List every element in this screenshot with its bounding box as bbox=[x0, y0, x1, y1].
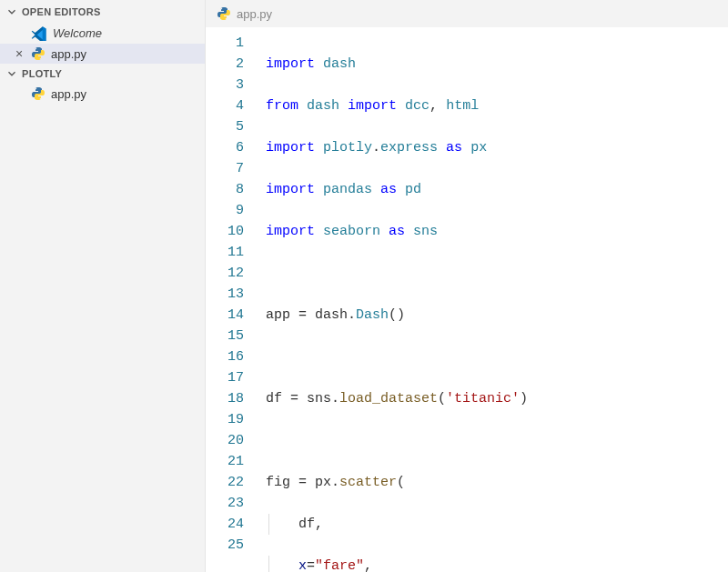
chevron-down-icon bbox=[5, 5, 18, 18]
file-label: Welcome bbox=[53, 26, 102, 40]
line-number: 25 bbox=[206, 535, 244, 556]
line-number: 10 bbox=[206, 221, 244, 242]
line-number: 4 bbox=[206, 95, 244, 116]
vscode-icon bbox=[31, 25, 47, 41]
line-number: 11 bbox=[206, 242, 244, 263]
line-number: 1 bbox=[206, 33, 244, 54]
line-number: 7 bbox=[206, 158, 244, 179]
editor-area: app.py 1 2 3 4 5 6 7 8 9 10 11 12 13 14 … bbox=[206, 0, 728, 572]
code-line[interactable]: df = sns.load_dataset('titanic') bbox=[260, 388, 728, 409]
section-title: OPEN EDITORS bbox=[22, 6, 101, 17]
code-line[interactable]: import pandas as pd bbox=[260, 179, 728, 200]
line-number: 23 bbox=[206, 493, 244, 514]
line-number: 14 bbox=[206, 305, 244, 326]
code-area[interactable]: 1 2 3 4 5 6 7 8 9 10 11 12 13 14 15 16 1… bbox=[206, 27, 728, 572]
tab-filename: app.py bbox=[237, 7, 272, 21]
code-line[interactable] bbox=[260, 430, 728, 451]
code-content[interactable]: import dash from dash import dcc, html i… bbox=[260, 33, 728, 572]
line-number: 13 bbox=[206, 284, 244, 305]
line-number: 6 bbox=[206, 137, 244, 158]
line-number: 9 bbox=[206, 200, 244, 221]
line-number: 8 bbox=[206, 179, 244, 200]
sidebar: OPEN EDITORS Welcome × app.py PLOTLY app… bbox=[0, 0, 206, 572]
sidebar-item-welcome[interactable]: Welcome bbox=[0, 22, 205, 44]
line-number: 19 bbox=[206, 409, 244, 430]
line-number: 22 bbox=[206, 472, 244, 493]
code-line[interactable] bbox=[260, 263, 728, 284]
section-header-open-editors[interactable]: OPEN EDITORS bbox=[0, 2, 205, 22]
code-line[interactable]: x="fare", bbox=[260, 556, 728, 572]
file-label: app.py bbox=[51, 87, 86, 101]
code-line[interactable]: import seaborn as sns bbox=[260, 221, 728, 242]
file-label: app.py bbox=[51, 47, 86, 61]
python-icon bbox=[31, 46, 46, 61]
section-header-plotly[interactable]: PLOTLY bbox=[0, 64, 205, 84]
chevron-down-icon bbox=[5, 67, 18, 80]
line-number: 5 bbox=[206, 116, 244, 137]
line-number: 17 bbox=[206, 367, 244, 388]
line-number: 3 bbox=[206, 75, 244, 95]
sidebar-item-app-py-open[interactable]: × app.py bbox=[0, 44, 205, 64]
code-line[interactable]: import plotly.express as px bbox=[260, 137, 728, 158]
line-number: 21 bbox=[206, 451, 244, 472]
line-number: 12 bbox=[206, 263, 244, 284]
python-icon bbox=[31, 86, 46, 101]
line-number-gutter: 1 2 3 4 5 6 7 8 9 10 11 12 13 14 15 16 1… bbox=[206, 33, 260, 572]
sidebar-item-app-py-project[interactable]: app.py bbox=[0, 84, 205, 104]
close-icon[interactable]: × bbox=[13, 46, 25, 61]
section-title: PLOTLY bbox=[22, 68, 62, 79]
code-line[interactable]: fig = px.scatter( bbox=[260, 472, 728, 493]
line-number: 2 bbox=[206, 54, 244, 75]
code-line[interactable]: df, bbox=[260, 514, 728, 535]
code-line[interactable]: app = dash.Dash() bbox=[260, 305, 728, 326]
line-number: 18 bbox=[206, 388, 244, 409]
line-number: 15 bbox=[206, 326, 244, 346]
line-number: 16 bbox=[206, 346, 244, 367]
line-number: 24 bbox=[206, 514, 244, 535]
code-line[interactable]: from dash import dcc, html bbox=[260, 95, 728, 116]
line-number: 20 bbox=[206, 430, 244, 451]
code-line[interactable]: import dash bbox=[260, 54, 728, 75]
code-line[interactable] bbox=[260, 346, 728, 367]
tab-bar[interactable]: app.py bbox=[206, 0, 728, 27]
python-icon bbox=[217, 6, 231, 21]
